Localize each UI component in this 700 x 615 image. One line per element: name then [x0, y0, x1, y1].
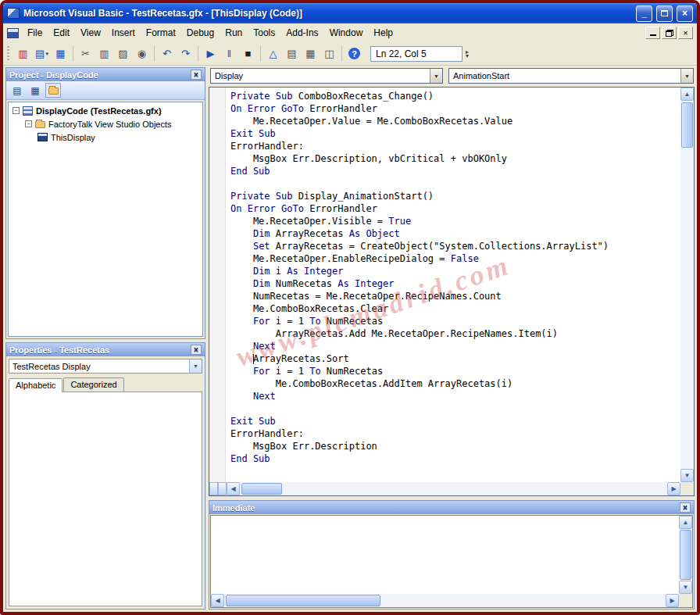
undo-button[interactable]: ↶ [158, 45, 176, 63]
toolbar-grip[interactable] [7, 46, 9, 62]
menu-item-window[interactable]: Window [324, 25, 369, 41]
vertical-scroll-track[interactable] [679, 529, 692, 581]
maximize-button[interactable] [656, 5, 673, 22]
redo-button[interactable]: ↷ [177, 45, 195, 63]
menu-item-view[interactable]: View [75, 25, 106, 41]
menu-item-run[interactable]: Run [220, 25, 248, 41]
code-body: Private Sub ComboBoxRecetas_Change()On E… [209, 88, 694, 482]
tree-item-label: ThisDisplay [51, 133, 95, 142]
properties-window-button[interactable]: ▦ [302, 45, 320, 63]
immediate-horizontal-scrollbar[interactable]: ◀ ▶ [211, 594, 692, 607]
cut-button[interactable]: ✂ [77, 45, 95, 63]
code-pane: Display ▼ AnimationStart ▼ Private Sub C… [209, 67, 695, 610]
menu-item-format[interactable]: Format [141, 25, 181, 41]
scroll-down-icon[interactable]: ▼ [680, 469, 694, 482]
view-object-button[interactable]: ▦ [27, 83, 43, 98]
immediate-panel-header: Immediate × [209, 501, 694, 514]
horizontal-scroll-track[interactable] [240, 482, 667, 495]
split-handle[interactable] [209, 482, 218, 495]
immediate-panel-close-icon[interactable]: × [680, 502, 691, 513]
break-button[interactable]: ‖ [220, 45, 238, 63]
copy-button[interactable]: ▥ [95, 45, 113, 63]
menu-item-tools[interactable]: Tools [248, 25, 280, 41]
menu-item-help[interactable]: Help [368, 25, 398, 41]
scroll-up-icon[interactable]: ▲ [679, 516, 692, 529]
horizontal-scroll-thumb[interactable] [226, 595, 380, 606]
scroll-up-icon[interactable]: ▲ [680, 88, 694, 101]
object-browser-button[interactable]: ◫ [320, 45, 338, 63]
code-line: Me.RecetaOper.Value = Me.ComboBoxRecetas… [230, 115, 680, 127]
app-display-button[interactable]: ▥ [14, 45, 32, 63]
line-column-indicator: Ln 22, Col 5 [370, 46, 462, 62]
project-tree[interactable]: -DisplayCode (TestRecetas.gfx)-FactoryTa… [8, 102, 203, 337]
design-mode-button[interactable]: △ [264, 45, 282, 63]
properties-list[interactable] [9, 392, 202, 606]
collapse-icon[interactable]: - [25, 120, 32, 127]
properties-panel-close-icon[interactable]: × [191, 345, 202, 355]
code-line: Private Sub Display_AnimationStart() [230, 190, 680, 202]
tree-item-thisdisplay[interactable]: ThisDisplay [9, 131, 202, 144]
mdi-restore-button[interactable] [662, 27, 677, 39]
project-explorer-button[interactable]: ▤ [283, 45, 301, 63]
help-button[interactable]: ? [348, 48, 360, 59]
code-line: Me.ComboBoxRecetas.AddItem ArrayRecetas(… [230, 377, 680, 390]
menu-item-edit[interactable]: Edit [48, 25, 75, 41]
object-selector-dropdown[interactable]: TestRecetas Display ▼ [9, 359, 202, 374]
scroll-right-icon[interactable]: ▶ [667, 482, 680, 495]
menu-item-file[interactable]: File [22, 25, 48, 41]
horizontal-scroll-track[interactable] [224, 594, 666, 607]
procedure-dropdown[interactable]: AnimationStart ▼ [448, 68, 694, 84]
code-line: For i = 1 To NumRecetas [230, 315, 680, 327]
horizontal-scroll-thumb[interactable] [241, 483, 282, 495]
code-editor[interactable]: Private Sub ComboBoxRecetas_Change()On E… [226, 88, 680, 482]
title-bar: Microsoft Visual Basic - TestRecetas.gfx… [3, 3, 697, 23]
mdi-close-button[interactable]: × [678, 27, 693, 39]
code-vertical-scrollbar[interactable]: ▲ ▼ [680, 88, 694, 482]
tab-alphabetic[interactable]: Alphabetic [9, 378, 62, 392]
scroll-right-icon[interactable]: ▶ [666, 594, 679, 607]
run-button[interactable]: ▶ [202, 45, 220, 63]
minimize-button[interactable]: _ [636, 5, 652, 22]
code-line: ArrayRecetas.Add Me.RecetaOper.RecipeNam… [230, 327, 680, 340]
project-panel-close-icon[interactable]: × [191, 70, 202, 80]
object-dropdown[interactable]: Display ▼ [210, 68, 443, 84]
code-line: ErrorHandler: [230, 427, 680, 440]
save-button[interactable]: ▦ [52, 45, 70, 63]
close-button[interactable]: × [677, 5, 693, 22]
menu-item-add-ins[interactable]: Add-Ins [280, 25, 323, 41]
immediate-vertical-scrollbar[interactable]: ▲ ▼ [679, 516, 692, 594]
immediate-input-area[interactable] [211, 516, 679, 594]
code-horizontal-scrollbar[interactable]: ◀ ▶ [209, 482, 694, 495]
tree-item-factorytalk-view-studio-objects[interactable]: -FactoryTalk View Studio Objects [9, 117, 202, 131]
chevron-down-icon[interactable]: ▾ [45, 51, 48, 57]
display-icon [38, 133, 48, 141]
collapse-icon[interactable]: - [12, 107, 20, 114]
tab-categorized[interactable]: Categorized [63, 377, 123, 392]
code-line: Next [230, 390, 680, 402]
vertical-scroll-thumb[interactable] [680, 530, 691, 580]
view-code-button[interactable]: ▤ [9, 83, 25, 98]
toolbar-options-button[interactable]: ▸▾ [466, 50, 469, 58]
insert-display-button[interactable]: ▤▾ [33, 45, 51, 63]
mdi-minimize-button[interactable] [645, 27, 660, 39]
tree-item-displaycode-testrecetas-gfx[interactable]: -DisplayCode (TestRecetas.gfx) [9, 104, 202, 117]
scroll-left-icon[interactable]: ◀ [211, 594, 224, 607]
chevron-down-icon[interactable]: ▼ [680, 69, 693, 83]
immediate-panel-title: Immediate [212, 503, 255, 513]
chevron-down-icon[interactable]: ▼ [430, 69, 442, 83]
vertical-scroll-thumb[interactable] [681, 102, 693, 148]
code-line: On Error GoTo ErrorHandler [230, 102, 680, 115]
menu-item-insert[interactable]: Insert [106, 25, 141, 41]
scroll-left-icon[interactable]: ◀ [227, 482, 240, 495]
toggle-folders-button[interactable] [45, 83, 61, 98]
paste-button[interactable]: ▨ [114, 45, 132, 63]
stop-button[interactable]: ■ [239, 45, 257, 63]
find-button[interactable]: ◉ [133, 45, 151, 63]
code-margin-indicator-bar[interactable] [209, 88, 226, 482]
vertical-scroll-track[interactable] [680, 101, 694, 469]
menu-item-debug[interactable]: Debug [181, 25, 220, 41]
toolbar-separator [198, 46, 198, 62]
split-handle[interactable] [218, 482, 227, 495]
chevron-down-icon[interactable]: ▼ [189, 359, 202, 373]
scroll-down-icon[interactable]: ▼ [679, 581, 692, 594]
